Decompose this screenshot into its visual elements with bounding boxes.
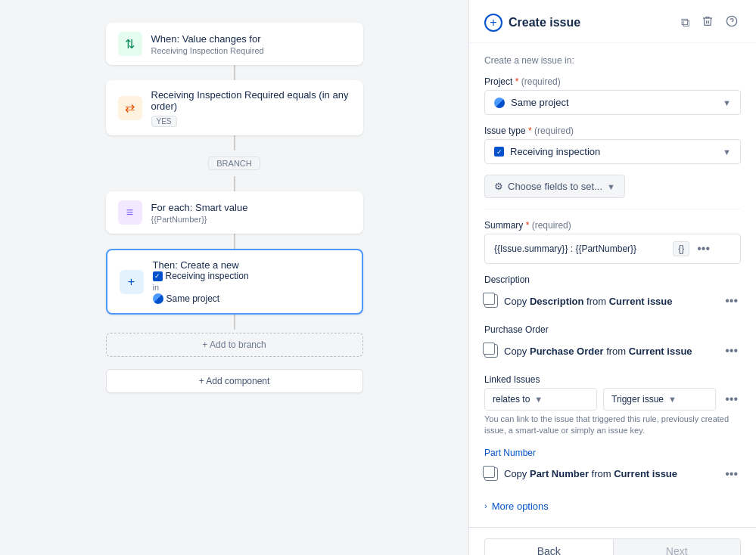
purchase-order-label: Purchase Order [484, 324, 741, 335]
description-copy-row: Copy Description from Current issue ••• [484, 288, 741, 314]
description-copy-text: Copy Description from Current issue [504, 296, 673, 307]
trigger-card-content: When: Value changes for Receiving Inspec… [151, 33, 264, 55]
connector-4 [234, 234, 235, 249]
for-each-title: For each: Smart value [151, 202, 248, 213]
linked-issues-type-value: relates to [493, 394, 530, 405]
then-project-row: Same project [153, 293, 249, 304]
issue-type-select-left: ✓ Receiving inspection [494, 146, 600, 157]
divider-1 [484, 209, 741, 209]
purchase-order-copy-left: Copy Purchase Order from Current issue [484, 344, 692, 358]
part-number-label: Part Number [484, 448, 741, 458]
summary-more-button[interactable]: ••• [694, 240, 713, 257]
linked-issues-target-value: Trigger issue [611, 394, 664, 405]
issue-type-field-group: Issue type * (required) ✓ Receiving insp… [484, 126, 741, 164]
more-options-chevron-icon: › [484, 501, 487, 510]
connector-3 [234, 176, 235, 191]
add-branch-button[interactable]: + Add to branch [106, 333, 363, 357]
for-each-card[interactable]: ≡ For each: Smart value {{PartNumber}} [106, 191, 363, 234]
project-value: Same project [511, 97, 569, 108]
for-each-content: For each: Smart value {{PartNumber}} [151, 202, 248, 224]
project-select-left: Same project [494, 97, 569, 108]
issue-type-value: Receiving inspection [510, 146, 600, 157]
for-each-icon: ≡ [118, 200, 142, 225]
then-create-icon: + [120, 270, 144, 294]
linked-issues-field-group: Linked Issues relates to ▼ Trigger issue… [484, 374, 741, 437]
project-globe-icon [494, 98, 505, 108]
branch-label: BRANCH [208, 157, 260, 170]
panel-footer: Back Next [469, 527, 756, 555]
project-field-label: Project * (required) [484, 76, 741, 87]
condition-badge: YES [151, 116, 177, 127]
more-options-toggle[interactable]: › More options [484, 498, 741, 515]
linked-issues-type-chevron: ▼ [534, 395, 543, 404]
condition-title: Receiving Inspection Required equals (in… [151, 89, 351, 112]
linked-issues-target-select[interactable]: Trigger issue ▼ [603, 388, 716, 411]
panel-title: Create issue [509, 16, 580, 29]
description-more-button[interactable]: ••• [722, 293, 741, 309]
linked-issues-label: Linked Issues [484, 374, 741, 385]
curly-braces-button[interactable]: {} [673, 241, 689, 256]
then-create-card[interactable]: + Then: Create a new ✓ Receiving inspect… [106, 249, 363, 315]
project-select[interactable]: Same project ▼ [484, 90, 741, 115]
workflow-canvas: ⇅ When: Value changes for Receiving Insp… [0, 0, 468, 555]
linked-issues-more-button[interactable]: ••• [722, 391, 741, 408]
choose-fields-chevron: ▼ [607, 182, 615, 191]
add-component-button[interactable]: + Add component [106, 369, 363, 393]
choose-fields-button[interactable]: ⚙ Choose fields to set... ▼ [484, 175, 625, 198]
panel-header: + Create issue ⧉ [469, 0, 756, 43]
panel-header-left: + Create issue [484, 14, 580, 32]
trigger-subtitle: Receiving Inspection Required [151, 46, 264, 55]
issue-type-chevron-icon: ▼ [723, 147, 731, 157]
help-panel-button[interactable] [723, 12, 741, 33]
back-button[interactable]: Back [484, 538, 613, 555]
part-number-copy-text: Copy Part Number from Current issue [504, 468, 677, 479]
purchase-order-copy-row: Copy Purchase Order from Current issue •… [484, 338, 741, 364]
issue-type-required: * [528, 126, 532, 136]
summary-input-row: {{Issue.summary}} : {{PartNumber}} {} ••… [484, 234, 741, 264]
condition-card[interactable]: ⇄ Receiving Inspection Required equals (… [106, 80, 363, 135]
issue-type-hint: (required) [534, 126, 574, 136]
linked-issues-type-select[interactable]: relates to ▼ [484, 388, 597, 411]
trigger-card[interactable]: ⇅ When: Value changes for Receiving Insp… [106, 23, 363, 65]
project-chevron-icon: ▼ [723, 98, 731, 107]
summary-value: {{Issue.summary}} : {{PartNumber}} [494, 243, 636, 254]
description-copy-icon [484, 294, 498, 308]
connector-2 [234, 135, 235, 150]
part-number-field-group: Part Number Copy Part Number from Curren… [484, 448, 741, 487]
then-receiving-text: Receiving inspection [166, 271, 249, 281]
right-panel: + Create issue ⧉ Create a new issue in: … [468, 0, 756, 555]
part-number-more-button[interactable]: ••• [722, 466, 741, 482]
then-create-content: Then: Create a new ✓ Receiving inspectio… [153, 259, 249, 304]
purchase-order-more-button[interactable]: ••• [722, 343, 741, 359]
then-card-inner: ✓ Receiving inspection in Same project [153, 271, 249, 304]
part-number-copy-icon [484, 467, 498, 481]
summary-field-group: Summary * (required) {{Issue.summary}} :… [484, 220, 741, 264]
for-each-subtitle: {{PartNumber}} [151, 215, 248, 224]
trigger-icon: ⇅ [118, 32, 142, 56]
description-field-group: Description Copy Description from Curren… [484, 274, 741, 314]
plus-circle-icon: + [484, 14, 502, 32]
workflow-flow: ⇅ When: Value changes for Receiving Insp… [15, 23, 453, 393]
panel-body: Create a new issue in: Project * (requir… [469, 43, 756, 527]
condition-content: Receiving Inspection Required equals (in… [151, 89, 351, 126]
part-number-copy-row: Copy Part Number from Current issue ••• [484, 461, 741, 487]
issue-type-label: Issue type * (required) [484, 126, 741, 136]
connector-1 [234, 65, 235, 80]
choose-fields-label: Choose fields to set... [508, 181, 602, 192]
purchase-order-field-group: Purchase Order Copy Purchase Order from … [484, 324, 741, 364]
project-required: * [515, 76, 519, 87]
purchase-order-copy-icon [484, 344, 498, 358]
globe-icon [153, 293, 163, 304]
copy-panel-button[interactable]: ⧉ [678, 13, 692, 33]
trigger-title: When: Value changes for [151, 33, 264, 45]
issue-type-checkbox-icon: ✓ [494, 147, 504, 157]
checkbox-icon: ✓ [153, 271, 163, 281]
then-create-title: Then: Create a new [153, 259, 249, 271]
connector-5 [234, 315, 235, 330]
then-in-text: in [153, 283, 249, 292]
next-button[interactable]: Next [613, 538, 742, 555]
panel-actions: ⧉ [678, 12, 741, 33]
delete-panel-button[interactable] [698, 12, 717, 33]
issue-type-select[interactable]: ✓ Receiving inspection ▼ [484, 139, 741, 164]
then-project-text: Same project [166, 293, 220, 304]
